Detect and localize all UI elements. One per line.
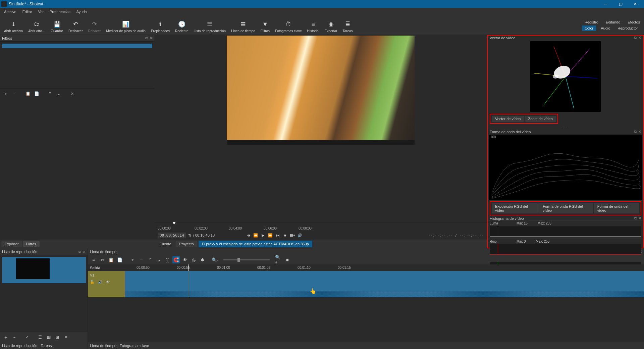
tl-zoomin-button[interactable]: 🔍+ (275, 256, 282, 263)
tl-remove-button[interactable]: － (138, 256, 145, 263)
tl-copy-button[interactable]: 📋 (107, 256, 115, 263)
undo-button[interactable]: ↶Deshacer (66, 16, 86, 34)
playlist-view-details-button[interactable]: ≡ (62, 334, 70, 341)
close-panel-icon[interactable]: ✕ (638, 36, 641, 40)
rewind-button[interactable]: ⏪ (253, 233, 258, 238)
tab-filtros[interactable]: Filtros (23, 241, 40, 247)
track-lock-icon[interactable]: 🔓 (90, 280, 95, 284)
resize-dots[interactable]: ...... (488, 124, 643, 130)
playlist-view-tiles-button[interactable]: ⊞ (54, 334, 61, 341)
track-mute-icon[interactable]: 🔊 (98, 280, 103, 284)
tl-zoom-slider[interactable] (223, 259, 270, 260)
timeline-button[interactable]: 〓Línea de tiempo (228, 16, 258, 34)
copy-filter-button[interactable]: 📋 (24, 90, 32, 97)
filter-clip-preview[interactable] (2, 44, 152, 48)
playlist-button[interactable]: ☰Lista de reproducción (191, 16, 229, 34)
maximize-button[interactable]: ▢ (613, 0, 628, 8)
track-header[interactable]: V1 🔓 🔊 👁 (88, 271, 125, 297)
tl-cut-button[interactable]: ✂ (99, 256, 106, 263)
export-button[interactable]: ◉Exportar (322, 16, 340, 34)
tab-color[interactable]: Color (582, 26, 596, 31)
menu-archivo[interactable]: Archivo (1, 9, 19, 14)
tab-zoom-video[interactable]: Zoom de vídeo (525, 116, 556, 122)
tl-append-button[interactable]: ＋ (129, 256, 136, 263)
preview-ruler[interactable]: 00:00:00 00:02:00 00:04:00 00:06:00 00:0… (154, 222, 487, 231)
tab-rgb-waveform[interactable]: Forma de onda RGB del vídeo (539, 203, 593, 213)
tab-video-waveform[interactable]: Forma de onda del vídeo (594, 203, 639, 213)
minimize-button[interactable]: ─ (598, 0, 613, 8)
remove-filter-button[interactable]: － (11, 90, 18, 97)
tl-paste-button[interactable]: 📄 (116, 256, 123, 263)
open-other-button[interactable]: 🗂Abrir otro… (25, 16, 48, 34)
playlist-item[interactable]: P (2, 257, 86, 283)
tab-exportar[interactable]: Exportar (1, 241, 22, 247)
tl-overwrite-button[interactable]: ⌄ (155, 256, 162, 263)
paste-filter-button[interactable]: 📄 (33, 90, 40, 97)
tab-fuente[interactable]: Fuente (156, 241, 174, 247)
recent-button[interactable]: 🕓Reciente (172, 16, 191, 34)
tl-ripple-all-button[interactable]: ✱ (199, 256, 206, 263)
properties-button[interactable]: ℹPropiedades (148, 16, 172, 34)
stop-button[interactable]: ■ (282, 233, 288, 238)
filters-button[interactable]: ▼Filtros (258, 16, 272, 34)
skip-end-button[interactable]: ⏭ (275, 233, 280, 238)
undock-icon[interactable]: ⧉ (634, 216, 637, 220)
menu-editar[interactable]: Editar (20, 9, 35, 14)
tab-reproductor[interactable]: Reproductor (615, 26, 641, 31)
tab-rgb-exposure[interactable]: Exposición RGB del vídeo (492, 203, 539, 213)
tl-lift-button[interactable]: ⌃ (146, 256, 154, 263)
close-panel-icon[interactable]: ✕ (638, 130, 641, 134)
video-preview[interactable] (227, 36, 415, 145)
playlist-add-button[interactable]: ＋ (2, 334, 9, 341)
keyframes-button[interactable]: ⏱Fotogramas clave (272, 16, 304, 34)
timeline-ruler[interactable]: Salida 00:00:50 00:00:55 00:01:00 00:01:… (88, 264, 644, 271)
add-filter-button[interactable]: ＋ (2, 90, 9, 97)
subtab-playlist[interactable]: Lista de reproducción (2, 344, 37, 348)
move-down-button[interactable]: ⌄ (55, 90, 62, 97)
tl-menu-button[interactable]: ≡ (90, 256, 97, 263)
clear-filter-button[interactable]: ✕ (68, 90, 76, 97)
tab-vector-video[interactable]: Vector de vídeo (492, 116, 524, 122)
tl-zoomout-button[interactable]: 🔍- (211, 256, 219, 263)
tl-zoomfit-button[interactable]: ■ (284, 256, 291, 263)
audio-meter-button[interactable]: 📊Medidor de picos de audio (104, 16, 148, 34)
close-button[interactable]: ✕ (628, 0, 643, 8)
tab-audio[interactable]: Audio (598, 26, 613, 31)
tab-efectos[interactable]: Efectos (625, 19, 643, 25)
forward-button[interactable]: ⏩ (268, 233, 273, 238)
subtab-tasks[interactable]: Tareas (41, 344, 52, 348)
menu-preferencias[interactable]: Preferencias (47, 9, 73, 14)
track-hide-icon[interactable]: 👁 (106, 280, 110, 284)
save-button[interactable]: 💾Guardar (48, 16, 66, 34)
playlist-check-button[interactable]: ✓ (23, 334, 31, 341)
close-panel-icon[interactable]: ✕ (149, 36, 152, 40)
track-clip[interactable]: 👆 (125, 271, 644, 297)
subtab-keyframes[interactable]: Fotogramas clave (120, 344, 149, 348)
playlist-remove-button[interactable]: － (11, 334, 18, 341)
tab-editando[interactable]: Editando (603, 19, 623, 25)
timeline-playhead[interactable] (189, 264, 189, 271)
play-button[interactable]: ▶ (260, 233, 266, 238)
close-panel-icon[interactable]: ✕ (83, 250, 86, 254)
close-panel-icon[interactable]: ✕ (638, 216, 641, 220)
subtab-timeline[interactable]: Línea de tiempo (90, 344, 116, 348)
menu-ayuda[interactable]: Ayuda (74, 9, 90, 14)
skip-start-button[interactable]: ⏮ (246, 233, 251, 238)
tab-registro[interactable]: Registro (582, 19, 601, 25)
undock-icon[interactable]: ⧉ (634, 36, 637, 40)
tasks-button[interactable]: ≣Tareas (340, 16, 356, 34)
tl-scrub-button[interactable]: 👁 (181, 256, 189, 263)
tl-split-button[interactable]: ][ (164, 256, 171, 263)
timecode-stepper-icon[interactable]: ⇅ (188, 233, 191, 238)
playlist-view-list-button[interactable]: ☰ (36, 334, 44, 341)
undock-icon[interactable]: ⧉ (78, 250, 81, 254)
undock-icon[interactable]: ⧉ (634, 130, 637, 134)
move-up-button[interactable]: ⌃ (46, 90, 54, 97)
preview-playhead[interactable] (174, 222, 174, 231)
playlist-view-grid-button[interactable]: ▦ (45, 334, 52, 341)
history-button[interactable]: ≡Historial (305, 16, 322, 34)
volume-button[interactable]: 🔊 (297, 233, 303, 238)
grid-button[interactable]: ▦▾ (290, 233, 295, 238)
undock-icon[interactable]: ⧉ (145, 36, 148, 40)
tab-proyecto[interactable]: Proyecto (176, 241, 197, 247)
